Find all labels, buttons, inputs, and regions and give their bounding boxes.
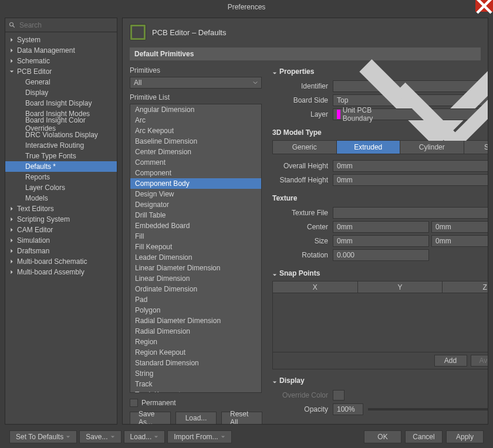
list-item[interactable]: Ordinate Dimension [130,284,261,294]
tree-item[interactable]: Models [5,193,117,203]
list-item[interactable]: Designator [130,199,261,210]
tree-item[interactable]: CAM Editor [5,225,117,235]
center-label: Center [272,223,328,231]
model-type-option[interactable]: Sphere [464,141,489,154]
list-item[interactable]: Design View [130,189,261,199]
list-item[interactable]: Leader Dimension [130,252,261,263]
ok-button[interactable]: OK [364,430,401,443]
overall-height-input[interactable] [333,160,488,172]
tree-item[interactable]: Text Editors [5,203,117,214]
list-item[interactable]: Component Body [130,178,261,189]
reset-all-button[interactable]: Reset All [221,412,262,425]
tree-item[interactable]: Simulation [5,235,117,246]
list-item[interactable]: Drill Table [130,210,261,220]
collapse-icon[interactable] [272,69,277,74]
tree-item[interactable]: Interactive Routing [5,140,117,151]
caret-right-icon[interactable] [9,259,15,264]
opacity-input[interactable] [333,403,363,415]
list-item[interactable]: Fill Keepout [130,242,261,252]
footer-load-button[interactable]: Load... [124,430,166,443]
list-item[interactable]: Track Keepout [130,389,261,393]
close-button[interactable] [475,0,493,12]
cancel-button[interactable]: Cancel [405,430,443,443]
center-x-input[interactable] [333,221,429,233]
list-item[interactable]: Baseline Dimension [130,136,261,147]
search-box[interactable] [5,18,117,32]
list-item[interactable]: Arc [130,115,261,125]
caret-right-icon[interactable] [9,237,15,243]
list-item[interactable]: Arc Keepout [130,125,261,136]
tree-item[interactable]: Defaults * [5,161,117,172]
list-item[interactable]: Linear Dimension [130,273,261,284]
list-item[interactable]: Linear Diameter Dimension [130,263,261,273]
tree-item[interactable]: Display [5,87,117,98]
list-item[interactable]: Track [130,379,261,389]
list-item[interactable]: Component [130,168,261,178]
tree-item[interactable]: Data Management [5,45,117,56]
tree-item[interactable]: Scripting System [5,214,117,225]
collapse-icon[interactable] [272,271,277,276]
search-input[interactable] [19,21,113,29]
list-item[interactable]: Center Dimension [130,147,261,157]
rotation-input[interactable] [333,249,429,261]
tree-item[interactable]: True Type Fonts [5,151,117,161]
caret-right-icon[interactable] [9,248,15,254]
save-as-button[interactable]: Save As... [130,412,171,425]
set-defaults-button[interactable]: Set To Defaults [9,430,77,443]
caret-right-icon[interactable] [9,37,15,43]
caret-down-icon[interactable] [9,69,15,74]
tree-item[interactable]: Multi-board Assembly [5,267,117,277]
caret-right-icon[interactable] [9,206,15,212]
caret-right-icon[interactable] [9,47,15,53]
list-item[interactable]: Radial Diameter Dimension [130,315,261,326]
list-item[interactable]: Radial Dimension [130,326,261,337]
model-type-option[interactable]: Cylinder [400,141,464,154]
list-item[interactable]: Pad [130,294,261,305]
standoff-height-input[interactable] [333,174,488,186]
list-item[interactable]: Fill [130,231,261,242]
list-item[interactable]: Region [130,337,261,347]
standoff-height-label: Standoff Height [272,176,328,184]
chevron-down-icon [221,435,225,439]
texture-file-field[interactable]: ··· [333,207,488,219]
permanent-checkbox[interactable] [130,399,138,407]
model-type-option[interactable]: Generic [273,141,337,154]
size-x-input[interactable] [333,235,429,247]
add-snap-button[interactable]: Add [434,355,467,366]
load-button[interactable]: Load... [175,412,217,425]
board-side-value: Top [337,96,348,104]
tree-item[interactable]: Reports [5,172,117,182]
list-item[interactable]: Angular Dimension [130,104,261,115]
list-item[interactable]: String [130,368,261,379]
list-item[interactable]: Embedded Board [130,220,261,231]
tree-item[interactable]: Layer Colors [5,182,117,193]
opacity-slider[interactable] [368,408,488,410]
layer-dropdown[interactable]: Unit PCB Boundary [333,108,488,120]
import-from-button[interactable]: Import From... [167,430,231,443]
tree-item[interactable]: PCB Editor [5,66,117,77]
center-y-input[interactable] [431,221,488,233]
tree-item[interactable]: Board Insight Display [5,98,117,108]
tree-item[interactable]: System [5,35,117,45]
list-item[interactable]: Comment [130,157,261,168]
collapse-icon[interactable] [272,378,277,383]
caret-right-icon[interactable] [9,58,15,64]
list-item[interactable]: Polygon [130,305,261,315]
caret-right-icon[interactable] [9,216,15,222]
override-color-swatch[interactable] [333,390,345,401]
tree-item[interactable]: Draftsman [5,246,117,256]
caret-right-icon[interactable] [9,269,15,275]
list-item[interactable]: Region Keepout [130,347,261,358]
caret-right-icon[interactable] [9,227,15,233]
tree-item[interactable]: Schematic [5,56,117,66]
tree-item[interactable]: Board Insight Color Overrides [5,119,117,130]
apply-button[interactable]: Apply [446,430,484,443]
list-item[interactable]: Standard Dimension [130,358,261,368]
model-type-option[interactable]: Extruded [337,141,401,154]
primitive-list[interactable]: Angular DimensionArcArc KeepoutBaseline … [130,104,262,393]
tree-item[interactable]: Multi-board Schematic [5,256,117,267]
size-y-input[interactable] [431,235,488,247]
footer-save-button[interactable]: Save... [79,430,121,443]
primitives-filter-dropdown[interactable]: All [130,77,262,89]
tree-item[interactable]: General [5,77,117,87]
